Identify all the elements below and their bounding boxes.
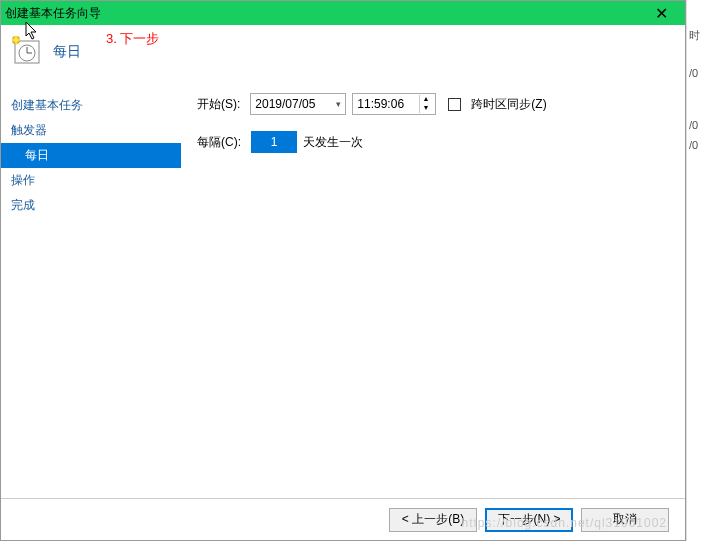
time-spinner[interactable]: ▲ ▼ [419,95,431,113]
recur-row: 每隔(C): 1 天发生一次 [197,131,669,153]
recur-label: 每隔(C): [197,134,241,151]
window-title: 创建基本任务向导 [5,5,641,22]
sidebar-item-trigger[interactable]: 触发器 [1,118,181,143]
content-panel: 开始(S): 2019/07/05 ▾ 11:59:06 ▲ ▼ 跨时区同步(Z… [181,87,685,497]
strip-text: /0 [687,137,702,153]
date-value: 2019/07/05 [255,97,315,111]
recur-value: 1 [271,135,278,149]
wizard-sidebar: 创建基本任务 触发器 每日 操作 完成 [1,87,181,497]
date-input[interactable]: 2019/07/05 ▾ [250,93,346,115]
page-heading: 每日 [53,43,81,61]
recur-suffix: 天发生一次 [303,134,363,151]
body-area: 创建基本任务 触发器 每日 操作 完成 开始(S): 2019/07/05 ▾ … [1,87,685,497]
spinner-down-icon[interactable]: ▼ [419,104,431,113]
sidebar-item-daily[interactable]: 每日 [1,143,181,168]
footer: < 上一步(B) 下一步(N) > 取消 [1,498,685,540]
time-value: 11:59:06 [357,97,404,111]
back-button[interactable]: < 上一步(B) [389,508,477,532]
time-input[interactable]: 11:59:06 ▲ ▼ [352,93,436,115]
strip-text: /0 [687,65,702,81]
next-button[interactable]: 下一步(N) > [485,508,573,532]
sync-checkbox[interactable] [448,98,461,111]
annotation-text: 3. 下一步 [106,30,159,48]
wizard-window: 创建基本任务向导 ✕ 每日 3. 下一步 创建基本任务 触发器 每 [0,0,686,541]
dropdown-icon: ▾ [336,99,341,109]
background-strip: 时 /0 /0 /0 [686,0,702,541]
sync-label: 跨时区同步(Z) [471,96,546,113]
start-row: 开始(S): 2019/07/05 ▾ 11:59:06 ▲ ▼ 跨时区同步(Z… [197,93,669,115]
close-icon[interactable]: ✕ [641,4,681,23]
cancel-button[interactable]: 取消 [581,508,669,532]
recur-input[interactable]: 1 [251,131,297,153]
spinner-up-icon[interactable]: ▲ [419,95,431,104]
cursor-icon [25,21,41,44]
sidebar-item-finish[interactable]: 完成 [1,193,181,218]
strip-text: /0 [687,117,702,133]
strip-text: 时 [687,26,702,45]
header-area: 每日 3. 下一步 [1,25,685,87]
sidebar-item-action[interactable]: 操作 [1,168,181,193]
titlebar: 创建基本任务向导 ✕ [1,1,685,25]
sidebar-item-create-task[interactable]: 创建基本任务 [1,93,181,118]
start-label: 开始(S): [197,96,240,113]
